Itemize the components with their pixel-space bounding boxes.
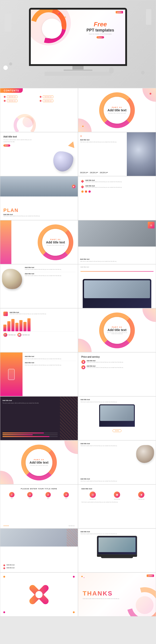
icon-3: ③ xyxy=(45,492,51,497)
contents-slide: CONTENTS Add title text Add title text A… xyxy=(0,88,78,132)
part03-corner-tr xyxy=(142,308,156,322)
dark-body: This text is add content, click to edit … xyxy=(2,402,58,404)
row-13: LOGO THANKS Click here to add content to… xyxy=(0,572,156,616)
slide-title-1: Add title text xyxy=(3,136,75,138)
bar-chart-slide: Add title text Click here to add content… xyxy=(0,308,78,352)
card-body-2: Click here to add content to the text th… xyxy=(25,364,76,366)
bullet-slide: Add title text Click here to add content… xyxy=(78,176,156,220)
laptop-info-title: Add title text xyxy=(80,399,154,400)
thanks-subtitle: Click here to add content to the text th… xyxy=(83,598,119,599)
contents-dot-3 xyxy=(4,100,5,102)
laptop-more-btn[interactable]: MORE xyxy=(113,430,121,432)
circle-icon-b: ◉ xyxy=(114,492,120,498)
plan-slide: ▶ PLAN Add title text Click here to add … xyxy=(0,176,78,220)
contents-header: CONTENTS xyxy=(0,88,23,93)
thanks-slide: LOGO THANKS Click here to add content to… xyxy=(78,572,156,616)
icon-4: ④ xyxy=(64,492,69,497)
bullet-body-1: Click here to add content to the text th… xyxy=(85,181,122,183)
please-enter-title: PLEASE ENTER YOUR TITLE HERE xyxy=(3,488,75,490)
landscape-slide: Add title text Add title text xyxy=(0,528,78,572)
corner-decoration-tr xyxy=(142,88,156,102)
bullet-title-1: Add title text xyxy=(85,180,122,181)
price-item-body-1: Click here to add content to the text th… xyxy=(87,362,123,363)
bullet-title-2: Add title text xyxy=(85,185,122,187)
chart-title: Add title text xyxy=(9,312,46,313)
contents-box-3[interactable]: Add title text xyxy=(7,100,17,102)
globe-title-1: Add title text xyxy=(80,443,134,444)
globe-body-2: Click here to add content to the text th… xyxy=(80,480,134,482)
info-slide-img: + Add title text Click here to add conte… xyxy=(78,132,156,176)
laptop-info-body: Click here to add content to the text th… xyxy=(80,401,154,403)
row-11: PLEASE ENTER YOUR TITLE HERE ① text ② te… xyxy=(0,484,156,528)
laptop-info-slide: Add title text Click here to add content… xyxy=(78,396,156,440)
part02-number: PART 02 xyxy=(50,238,61,240)
part03-slide: PART 03 Add title text This is to conten… xyxy=(78,308,156,352)
thanks-logo: LOGO xyxy=(147,574,154,577)
part01-slide: PART 01 Add title text Description click… xyxy=(78,88,156,132)
fabric-title-1: Add title text xyxy=(25,267,76,268)
part03-number: PART 03 xyxy=(112,326,122,328)
part02-title: Add title text xyxy=(46,240,65,244)
row-7: Add title text Click here to add content… xyxy=(0,308,156,352)
x-icon-slide xyxy=(0,572,78,616)
hero-free-text: Free xyxy=(86,21,114,28)
landscape-title-2: Add title text xyxy=(6,567,14,568)
contents-dot-2 xyxy=(40,96,41,98)
chart-label-2: Add title text xyxy=(22,334,30,336)
hero-slide: LOGO Free PPT templates Insert the Subti… xyxy=(0,0,156,88)
contents-box-4[interactable]: Add title text xyxy=(43,100,53,102)
circle-icon-c: ◈ xyxy=(138,492,144,498)
please-enter-slide: PLEASE ENTER YOUR TITLE HERE ① text ② te… xyxy=(0,484,78,528)
part04-number: PART 04 xyxy=(34,459,44,461)
card-title-1: Add title text xyxy=(25,356,76,357)
part04-subtitle: Description click to add text click to a… xyxy=(28,465,50,466)
part04-title: Add title text xyxy=(30,461,49,464)
icon-2: ② xyxy=(27,492,33,497)
slide-img-body: Click here to add content to the text th… xyxy=(80,141,125,143)
row-5: PART 02 Add title text Description click… xyxy=(0,220,156,264)
part03-subtitle: This is to content, click to edit the ti… xyxy=(104,332,130,334)
row-3: Add title text This text is add content,… xyxy=(0,132,156,176)
part04-slide: PART 04 Add title text Description click… xyxy=(0,440,78,484)
icon-1: ① xyxy=(9,492,14,497)
row-4: ▶ PLAN Add title text Click here to add … xyxy=(0,176,156,220)
dark-slide: Add title text This text is add content,… xyxy=(0,396,78,440)
laptop-line-label: Add title text xyxy=(80,266,89,268)
fabric-body-1: Click here to add content to the text th… xyxy=(25,269,76,270)
row-9: Add title text This text is add content,… xyxy=(0,396,156,440)
dark-title: Add title text xyxy=(2,400,58,401)
row-10: PART 04 Add title text Description click… xyxy=(0,440,156,484)
plan-subtitle: Add title text xyxy=(3,214,75,215)
contents-item-4: Add title text xyxy=(40,100,74,102)
contents-dot-4 xyxy=(40,100,41,102)
row-6: Add title text Click here to add content… xyxy=(0,264,156,308)
price-item-title-2: Add title text xyxy=(87,365,123,367)
row-12: Add title text Add title text Add title … xyxy=(0,528,156,572)
fabric-body-2: Click here to add content to the text th… xyxy=(25,275,76,277)
plan-title: PLAN xyxy=(3,208,75,213)
fabric-slide: Add title text Click here to add content… xyxy=(0,264,78,308)
part01-number: PART 01 xyxy=(112,106,122,108)
part04-corner-tr xyxy=(64,440,78,454)
part01-subtitle: Description click to add text click to a… xyxy=(106,113,128,114)
rocky-info-slide: ◎ Add title text Click here to add conte… xyxy=(78,220,156,264)
report-button[interactable]: Report xyxy=(96,36,104,38)
circle-icon-a: ◎ xyxy=(90,492,96,498)
rocky-title: Add title text xyxy=(80,258,154,260)
contents-item-1: Add title text xyxy=(4,96,38,98)
part03-title: Add title text xyxy=(108,328,127,332)
price-item-title-1: Add title text xyxy=(87,360,123,362)
contents-box-1[interactable]: Add title text xyxy=(7,96,17,98)
row-8: Add title text Click here to add content… xyxy=(0,352,156,396)
hero-ppt-text: PPT templates xyxy=(86,28,114,33)
info-slide-3d: Add title text This text is add content,… xyxy=(0,132,78,176)
contents-item-3: Add title text xyxy=(4,100,38,102)
more-button[interactable]: MORE xyxy=(3,144,10,147)
contents-box-2[interactable]: Add title text xyxy=(43,96,53,98)
hero-subtitle: Insert the Subtitle of Your Presentation xyxy=(86,33,114,35)
globe-slide: Add title text Click here to add content… xyxy=(78,440,156,484)
part04-corner-bl xyxy=(0,471,14,484)
part03-corner-bl xyxy=(78,339,92,352)
contents-dot-1 xyxy=(4,96,5,98)
plan-body: Click here to add content to the text th… xyxy=(3,215,75,217)
